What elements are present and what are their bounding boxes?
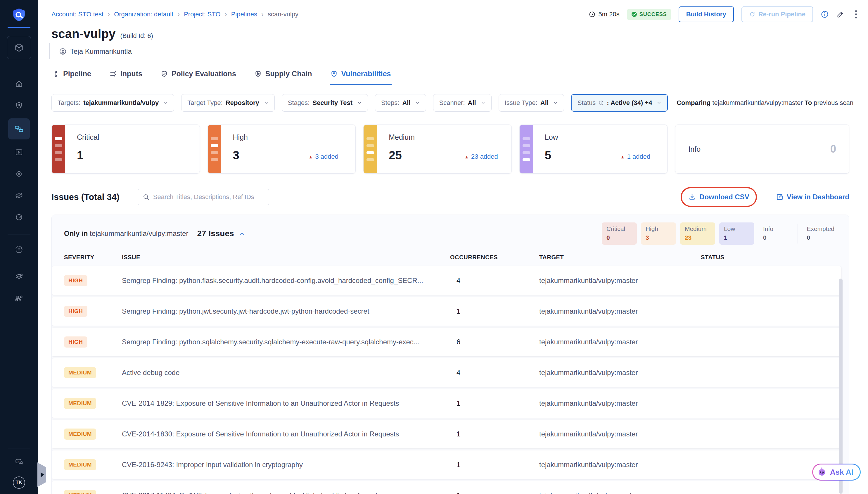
table-row[interactable]: MEDIUM Active debug code 4 tejakummariku… [52,358,842,387]
table-scrollbar[interactable] [839,279,843,494]
edit-pipeline-icon[interactable] [836,10,845,18]
triangle-up-icon: ▲ [464,154,469,159]
harness-sto-logo[interactable] [7,7,31,28]
table-row[interactable]: MEDIUM CVE-2014-1830: Exposure of Sensit… [52,420,842,449]
filter-steps[interactable]: Steps: All [375,94,426,112]
issues-search[interactable] [138,189,269,205]
sidebar-item-default-settings[interactable] [9,269,28,285]
refresh-icon [749,11,755,18]
search-input[interactable] [153,193,264,201]
chevron-down-icon [657,100,661,105]
breadcrumb-account[interactable]: Account: STO test [52,11,103,18]
info-icon[interactable] [821,10,829,18]
card-high: High 3 ▲3 added [208,125,356,174]
sidebar-item-getting-started[interactable] [9,209,28,225]
more-options-menu[interactable] [852,9,860,20]
occurrences-value: 1 [450,430,539,438]
tab-label: Vulnerabilities [341,70,391,78]
comparing-target: tejakummarikuntla/vulpy:master [712,99,803,107]
chip-medium[interactable]: Medium 23 [680,223,715,245]
tab-vulnerabilities[interactable]: Vulnerabilities [330,65,392,86]
clock-icon [589,11,596,18]
added-text: 1 added [627,153,651,160]
severity-summary-cards: Critical 1 High 3 ▲3 added Medium 25 ▲23… [52,125,868,174]
filter-label: Stages: [288,99,310,107]
table-row[interactable]: MEDIUM CVE-2016-9243: Improper input val… [52,451,842,479]
title-row: scan-vulpy (Build Id: 6) [52,27,868,41]
sidebar-item-governance[interactable] [9,290,28,307]
sidebar-item-executions[interactable] [9,144,28,160]
sidebar-item-settings[interactable] [9,241,28,257]
card-title: Low [545,133,558,141]
user-avatar[interactable]: TK [13,476,25,489]
module-switcher[interactable] [7,36,31,59]
critical-bar-icon [52,125,65,173]
chip-label: Info [763,225,789,232]
table-row[interactable]: HIGH Semgrep Finding: python.flask.secur… [52,266,842,295]
issue-title: CVE-2017-11424: PyJWT: key confusion thr… [122,491,450,494]
table-row[interactable]: MEDIUM CVE-2017-11424: PyJWT: key confus… [52,481,842,494]
occurrences-value: 1 [450,491,539,494]
filter-status[interactable]: Status : Active (34) +4 [571,94,668,112]
issue-title: CVE-2014-1830: Exposure of Sensitive Inf… [122,430,450,438]
chip-info[interactable]: Info 0 [758,223,793,245]
filter-issue-type[interactable]: Issue Type: All [499,94,564,112]
high-bar-icon [208,125,221,173]
rerun-pipeline-button[interactable]: Re-run Pipeline [741,6,813,22]
chip-exempted[interactable]: Exempted 0 [802,223,839,245]
view-in-dashboard-button[interactable]: View in Dashboard [776,193,849,201]
circle-arrow-icon [15,213,23,221]
chip-low[interactable]: Low 1 [719,223,754,245]
table-row[interactable]: MEDIUM CVE-2014-1829: Exposure of Sensit… [52,389,842,418]
supply-chain-shield-icon [254,70,262,78]
breadcrumb-project[interactable]: Project: STO [184,11,221,18]
added-indicator: ▲3 added [309,153,339,160]
tab-inputs[interactable]: Inputs [109,65,143,86]
issue-title: Semgrep Finding: python.flask.security.a… [122,277,450,285]
filter-target-type[interactable]: Target Type: Repository [181,94,275,112]
tab-pipeline[interactable]: Pipeline [52,65,92,86]
sidebar-item-help[interactable]: ? [9,454,28,470]
gear-icon [15,245,23,253]
search-icon [142,193,150,201]
issues-total-title: Issues (Total 34) [52,192,119,202]
issue-title: CVE-2014-1829: Exposure of Sensitive Inf… [122,399,450,407]
chip-label: Exempted [807,225,834,232]
sidebar-item-test-targets[interactable] [9,97,28,114]
sidebar-divider-bottom [7,448,31,449]
filter-scanner[interactable]: Scanner: All [433,94,491,112]
download-csv-button[interactable]: Download CSV [688,193,749,201]
filter-label: Steps: [381,99,399,107]
layers-gear-icon [15,273,23,282]
filter-stages[interactable]: Stages: Security Test [282,94,368,112]
occurrences-value: 1 [450,307,539,316]
inputs-tab-icon [109,70,117,78]
build-history-button[interactable]: Build History [679,6,734,22]
filter-targets[interactable]: Targets: tejakummarikuntla/vulpy [52,94,174,112]
sidebar-item-home[interactable] [9,76,28,92]
chip-label: Low [724,225,750,232]
severity-badge: MEDIUM [64,429,96,440]
breadcrumb-organization[interactable]: Organization: default [114,11,173,18]
chip-value: 0 [606,234,632,241]
collapse-section-chevron[interactable] [239,230,245,237]
chip-high[interactable]: High 3 [641,223,676,245]
sidebar-item-pipelines[interactable] [8,118,30,139]
card-value: 1 [77,149,83,162]
sidebar-item-exemptions[interactable] [9,187,28,204]
chip-critical[interactable]: Critical 0 [602,223,637,245]
tab-policy-evaluations[interactable]: Policy Evaluations [160,65,237,86]
ask-ai-button[interactable]: Ask AI [812,463,861,480]
breadcrumb-pipelines[interactable]: Pipelines [231,11,257,18]
tab-supply-chain[interactable]: Supply Chain [254,65,313,86]
triangle-up-icon: ▲ [620,154,625,159]
severity-badge: MEDIUM [64,459,96,470]
chevron-separator: › [177,10,180,18]
duration-text: 5m 20s [599,11,620,18]
sidebar-item-targets[interactable] [9,166,28,182]
table-row[interactable]: HIGH Semgrep Finding: python.jwt.securit… [52,297,842,326]
target-value: tejakummarikuntla/vulpy:master [539,338,701,346]
table-row[interactable]: HIGH Semgrep Finding: python.sqlalchemy.… [52,328,842,356]
shield-search-icon [15,101,23,110]
filter-label: Issue Type: [505,99,538,107]
